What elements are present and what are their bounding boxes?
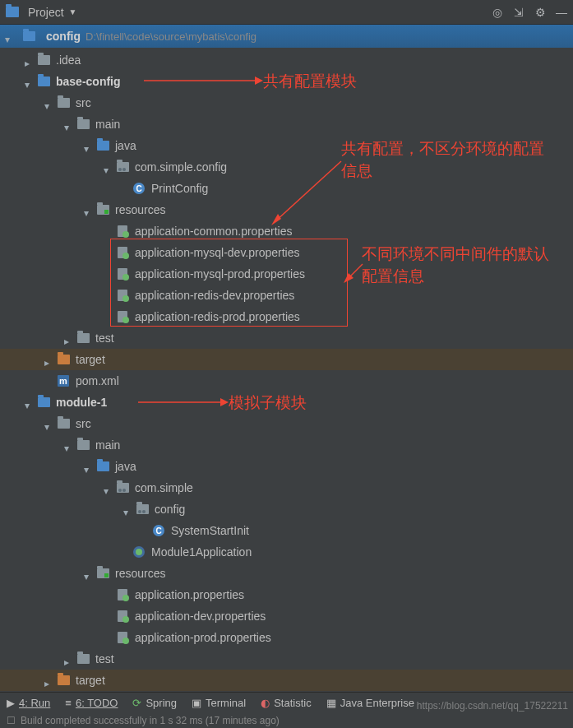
gear-icon[interactable]: ⚙	[534, 6, 547, 19]
tree-node-src[interactable]: src	[0, 92, 573, 114]
expand-arrow-icon[interactable]	[84, 206, 92, 214]
node-label: application.properties	[135, 588, 244, 601]
tree-node-module1[interactable]: module-1	[0, 392, 573, 413]
expand-arrow-icon[interactable]	[64, 655, 72, 663]
package-icon	[115, 160, 130, 174]
expand-arrow-icon[interactable]	[84, 569, 92, 577]
hide-icon[interactable]: —	[555, 6, 568, 19]
module-folder-icon	[36, 75, 51, 88]
tree-node-properties-file[interactable]: application-dev.properties	[0, 605, 573, 627]
project-tool-label[interactable]: Project	[28, 6, 64, 19]
expand-arrow-icon[interactable]	[84, 141, 92, 150]
expand-arrow-icon[interactable]	[5, 32, 13, 40]
tool-label: 6: TODO	[76, 697, 118, 709]
spring-boot-icon	[132, 545, 146, 559]
node-label: com.simple	[135, 481, 193, 494]
statistic-icon: ◐	[261, 697, 270, 709]
expand-arrow-icon[interactable]	[84, 462, 92, 471]
project-tree: .idea base-config src main java com.simp…	[0, 48, 573, 706]
tree-node-class[interactable]: C SystemStartInit	[0, 520, 573, 541]
properties-file-icon	[115, 610, 130, 623]
tool-label: Spring	[146, 697, 177, 709]
tree-node-java[interactable]: java	[0, 456, 573, 477]
expand-arrow-icon[interactable]	[64, 441, 72, 449]
tree-node-package[interactable]: com.simple	[0, 477, 573, 498]
tree-node-main[interactable]: main	[0, 114, 573, 135]
expand-arrow-icon[interactable]	[44, 355, 53, 364]
watermark-text: https://blog.csdn.net/qq_17522211	[417, 700, 568, 712]
node-label: PrintConfig	[151, 182, 208, 195]
tree-node-properties-file[interactable]: application-mysql-dev.properties	[0, 242, 573, 263]
tree-node-pom[interactable]: m pom.xml	[0, 370, 573, 392]
tree-node-properties-file[interactable]: application.properties	[0, 584, 573, 605]
node-label: application-mysql-prod.properties	[135, 267, 305, 281]
tree-node-base-config[interactable]: base-config	[0, 71, 573, 92]
class-icon: C	[132, 182, 146, 195]
properties-file-icon	[115, 267, 130, 281]
tool-label: 4: Run	[19, 697, 50, 709]
tree-node-properties-file[interactable]: application-redis-dev.properties	[0, 285, 573, 306]
tool-statistic[interactable]: ◐Statistic	[261, 697, 312, 709]
tree-node-target[interactable]: target	[0, 349, 573, 370]
locate-icon[interactable]: ◎	[491, 6, 504, 19]
node-label: .idea	[56, 53, 81, 67]
tree-node-target[interactable]: target	[0, 670, 573, 691]
root-name: config	[46, 30, 81, 43]
todo-icon: ≡	[65, 697, 72, 709]
tree-node-properties-file[interactable]: application-prod.properties	[0, 627, 573, 648]
folder-icon	[76, 118, 90, 131]
expand-arrow-icon[interactable]	[25, 56, 33, 64]
tree-node-main[interactable]: main	[0, 434, 573, 456]
node-label: src	[76, 96, 91, 109]
tool-spring[interactable]: ⟳Spring	[132, 697, 177, 709]
tree-node-package[interactable]: com.simple.config	[0, 156, 573, 178]
tree-node-spring-app[interactable]: Module1Application	[0, 541, 573, 563]
java-ee-icon: ▦	[326, 697, 336, 709]
tool-terminal[interactable]: ▣Terminal	[192, 697, 246, 709]
tree-node-properties-file[interactable]: application-mysql-prod.properties	[0, 263, 573, 285]
terminal-icon: ▣	[192, 697, 201, 709]
expand-arrow-icon[interactable]	[64, 334, 72, 342]
tree-node-properties-file[interactable]: application-redis-prod.properties	[0, 306, 573, 327]
tree-node-test[interactable]: test	[0, 648, 573, 670]
tool-run[interactable]: ▶4: Run	[7, 697, 50, 709]
expand-arrow-icon[interactable]	[25, 77, 33, 86]
tool-todo[interactable]: ≡6: TODO	[65, 697, 118, 709]
status-checkbox[interactable]: ☐	[7, 715, 16, 726]
expand-arrow-icon[interactable]	[123, 505, 132, 513]
expand-arrow-icon[interactable]	[44, 420, 53, 428]
tree-node-resources[interactable]: resources	[0, 563, 573, 584]
tree-node-java[interactable]: java	[0, 135, 573, 156]
tool-java-ee[interactable]: ▦Java Enterprise	[326, 697, 414, 709]
folder-icon	[56, 96, 71, 109]
expand-arrow-icon[interactable]	[25, 398, 33, 406]
status-text: Build completed successfully in 1 s 32 m…	[21, 715, 280, 726]
expand-arrow-icon[interactable]	[104, 484, 112, 492]
tree-node-src[interactable]: src	[0, 413, 573, 434]
tree-node-properties-file[interactable]: application-common.properties	[0, 220, 573, 242]
tree-node-idea[interactable]: .idea	[0, 49, 573, 71]
expand-arrow-icon[interactable]	[104, 163, 112, 171]
tree-node-class[interactable]: C PrintConfig	[0, 178, 573, 199]
tree-node-test[interactable]: test	[0, 327, 573, 349]
excluded-folder-icon	[56, 674, 71, 687]
properties-file-icon	[115, 310, 130, 323]
project-root-row[interactable]: config D:\fintell\code\source\mybatis\co…	[0, 25, 573, 48]
node-label: main	[95, 118, 120, 131]
tree-node-resources[interactable]: resources	[0, 199, 573, 220]
tree-node-config-folder[interactable]: config	[0, 498, 573, 520]
node-label: application-dev.properties	[135, 610, 266, 623]
resources-folder-icon	[95, 567, 110, 580]
expand-arrow-icon[interactable]	[44, 99, 53, 107]
module-folder-icon	[21, 30, 36, 43]
node-label: pom.xml	[76, 374, 119, 387]
folder-icon	[76, 438, 90, 452]
folder-icon	[36, 53, 51, 67]
node-label: application-prod.properties	[135, 631, 271, 644]
expand-arrow-icon[interactable]	[44, 676, 53, 684]
chevron-down-icon[interactable]: ▼	[69, 7, 77, 16]
class-icon: C	[151, 524, 166, 537]
collapse-icon[interactable]: ⇲	[512, 6, 525, 19]
expand-arrow-icon[interactable]	[64, 120, 72, 128]
node-label: test	[95, 332, 114, 345]
